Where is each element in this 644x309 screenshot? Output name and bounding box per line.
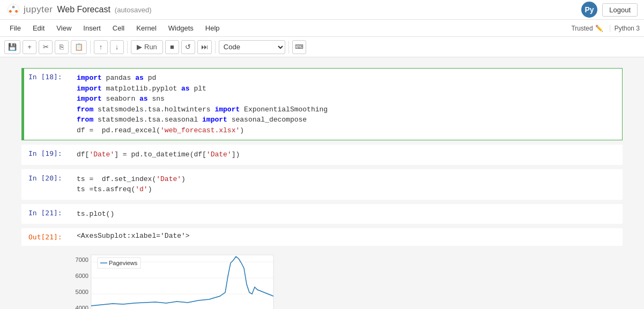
svg-point-2 [12, 6, 15, 9]
run-icon: ▶ [137, 43, 142, 51]
cell-21-output: Out[21]: <AxesSubplot:xlabel='Date'> [21, 228, 623, 246]
menu-widgets[interactable]: Widgets [163, 22, 199, 34]
svg-point-0 [8, 4, 19, 15]
menu-cell[interactable]: Cell [107, 22, 130, 34]
jupyter-logo-icon [6, 3, 20, 17]
cell-21-code[interactable]: ts.plot() [72, 205, 622, 224]
menu-edit[interactable]: Edit [27, 22, 50, 34]
add-cell-button[interactable]: + [23, 40, 36, 54]
cell-19-code[interactable]: df['Date'] = pd.to_datetime(df['Date']) [72, 145, 622, 164]
cell-21-input: In [21]: ts.plot() [21, 204, 623, 224]
cell-21-output-prompt: Out[21]: [24, 229, 72, 245]
notebook-title[interactable]: Web Forecast [57, 5, 110, 14]
restart-run-all-button[interactable]: ⏭ [197, 40, 212, 54]
menu-help[interactable]: Help [200, 22, 225, 34]
stop-button[interactable]: ■ [165, 40, 179, 54]
jupyter-brand-text: jupyter [24, 4, 53, 15]
notebook-content: In [18]: import pandas as pd import matp… [0, 57, 644, 309]
run-label: Run [144, 43, 157, 51]
trusted-badge: Trusted ✏️ [571, 25, 603, 32]
cell-21-output-text: <AxesSubplot:xlabel='Date'> [72, 229, 194, 245]
menu-kernel[interactable]: Kernel [131, 22, 162, 34]
paste-button[interactable]: 📋 [71, 40, 87, 54]
y-label-4000: 4000 [76, 305, 88, 309]
move-down-button[interactable]: ↓ [110, 40, 124, 54]
copy-button[interactable]: ⎘ [55, 40, 69, 54]
autosaved-status: (autosaved) [115, 6, 152, 14]
cell-20-code[interactable]: ts = df.set_index('Date') ts =ts.asfreq(… [72, 170, 622, 199]
cell-20-prompt: In [20]: [24, 170, 72, 199]
toolbar-sep-2 [127, 41, 128, 54]
svg-text:Py: Py [585, 5, 594, 14]
python-kernel-icon: Py [581, 1, 598, 18]
cell-19: In [19]: df['Date'] = pd.to_datetime(df[… [21, 145, 623, 165]
logout-button[interactable]: Logout [602, 3, 638, 17]
keyboard-shortcuts-button[interactable]: ⌨ [292, 40, 306, 54]
chart-container: 7000 6000 5000 4000 Pageviews [70, 250, 623, 309]
cell-18-code[interactable]: import pandas as pd import matplotlib.py… [72, 69, 622, 140]
cell-19-prompt: In [19]: [24, 145, 72, 164]
y-label-5000: 5000 [76, 289, 88, 295]
cell-type-select[interactable]: Code Markdown Raw NBConvert [219, 40, 285, 54]
menu-view[interactable]: View [51, 22, 77, 34]
kernel-info: Python 3 [610, 25, 640, 32]
cell-18-prompt: In [18]: [24, 69, 72, 140]
menubar: File Edit View Insert Cell Kernel Widget… [0, 20, 644, 37]
run-button[interactable]: ▶ Run [131, 40, 163, 54]
toolbar: 💾 + ✂ ⎘ 📋 ↑ ↓ ▶ Run ■ ↺ ⏭ Code Markdown … [0, 37, 644, 57]
cell-21-prompt: In [21]: [24, 205, 72, 224]
toolbar-sep-4 [288, 41, 289, 54]
chart-legend-label: Pageviews [109, 260, 138, 266]
menu-insert[interactable]: Insert [78, 22, 106, 34]
cell-18: In [18]: import pandas as pd import matp… [21, 68, 623, 140]
svg-point-1 [9, 10, 12, 13]
toolbar-sep-3 [215, 41, 216, 54]
navbar: jupyter Web Forecast (autosaved) Py Logo… [0, 0, 644, 20]
chart-svg: 7000 6000 5000 4000 Pageviews [70, 252, 279, 309]
save-button[interactable]: 💾 [4, 40, 20, 54]
navbar-right: Py Logout [581, 1, 638, 18]
toolbar-sep-1 [90, 41, 91, 54]
y-label-6000: 6000 [76, 273, 88, 279]
svg-point-3 [15, 10, 18, 13]
y-label-7000: 7000 [76, 257, 88, 263]
cut-button[interactable]: ✂ [39, 40, 53, 54]
trusted-label: Trusted [571, 25, 593, 32]
move-up-button[interactable]: ↑ [94, 40, 108, 54]
menu-file[interactable]: File [4, 22, 26, 34]
pencil-icon[interactable]: ✏️ [595, 25, 603, 32]
restart-button[interactable]: ↺ [181, 40, 195, 54]
cell-20: In [20]: ts = df.set_index('Date') ts =t… [21, 169, 623, 200]
jupyter-logo-group: jupyter [6, 3, 53, 17]
